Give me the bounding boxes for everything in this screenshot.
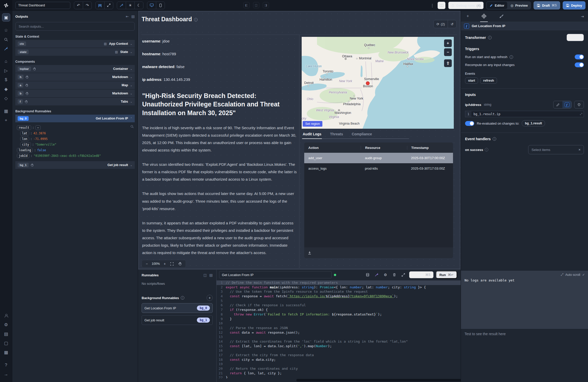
run-button[interactable]: Run ⌘↵ <box>436 271 457 279</box>
reeval-toggle[interactable] <box>465 121 474 126</box>
code-line[interactable]: 12 const data = await response.json(); <box>217 330 461 335</box>
component-row[interactable]: a Map ⌄ <box>15 81 135 89</box>
resources-icon[interactable]: ◆ <box>2 85 10 93</box>
set-region-button[interactable]: Set region <box>303 121 322 127</box>
tab[interactable]: Compliance <box>351 130 372 139</box>
deploy-button[interactable]: Deploy <box>563 1 585 9</box>
search-icon[interactable] <box>2 35 10 43</box>
select-pointer-icon[interactable] <box>33 67 36 71</box>
table-row[interactable]: access_logs prod-k8s 2025-03-30T17:03:00… <box>304 163 453 174</box>
code-line[interactable]: 22 } <box>217 375 461 378</box>
map-zoom-in-button[interactable]: + <box>444 39 452 47</box>
code-line[interactable]: 2 export async function main(ipAddress: … <box>217 285 461 290</box>
tree-search-icon[interactable] <box>130 125 134 128</box>
chevron-down-icon[interactable]: ⌄ <box>130 163 132 167</box>
code-line[interactable]: 18 const city = data.city; <box>217 357 461 362</box>
help-icon[interactable]: ? <box>2 361 10 369</box>
settings-icon[interactable]: ⚙ <box>2 321 10 329</box>
ai-rail-icon[interactable] <box>2 45 10 53</box>
code-line[interactable]: 7 if (!response.ok) { <box>217 308 461 312</box>
editor-tab[interactable]: Editor <box>487 2 507 9</box>
static-mode-icon[interactable] <box>553 101 562 108</box>
column-header[interactable]: Action <box>304 146 361 150</box>
map-component[interactable]: Québec Ottawa Montréal New Brunswick Nov… <box>302 37 454 129</box>
favorites-icon[interactable]: ☆ <box>2 26 10 34</box>
markdown-report-component[interactable]: "High-Risk Security Breach Detected: Una… <box>142 92 298 256</box>
database-icon[interactable] <box>364 273 371 277</box>
preview-tab[interactable]: ◎ Preview <box>508 2 531 9</box>
app-editor-rail-icon[interactable]: ▣ <box>2 13 10 21</box>
download-icon[interactable] <box>308 251 311 255</box>
workspace-icon[interactable]: ▤ <box>2 330 10 338</box>
expand-logs-icon[interactable]: ⤢ <box>561 273 563 277</box>
input-expression-field[interactable]: 1 bg_1.result.ip ⤢ <box>465 111 584 117</box>
toggle-bottom-panel-icon[interactable]: ◫ <box>253 2 259 8</box>
tree-row[interactable]: loading : false <box>17 147 134 153</box>
bg1-row[interactable]: bg_1 Get job result ⌄ <box>15 161 135 169</box>
chevron-down-icon[interactable]: ⌄ <box>130 42 132 46</box>
undo-button[interactable]: ↶ <box>74 2 83 9</box>
output-row[interactable]: ctx ▤ App Context ⌄ <box>15 40 135 48</box>
schedules-icon[interactable]: ◇ <box>2 94 10 102</box>
panel-list-icon[interactable]: ▤ <box>209 273 213 277</box>
expression-mode-icon[interactable]: ƒ <box>562 101 571 108</box>
component-row[interactable]: b Markdown ⌄ <box>15 90 135 97</box>
run-on-start-toggle[interactable] <box>575 54 584 59</box>
delete-icon[interactable] <box>391 273 398 277</box>
tree-row[interactable]: city : "Somerville" <box>17 142 134 147</box>
dock-panel-icon[interactable]: ◫ <box>203 273 207 277</box>
chevron-down-icon[interactable]: ⌄ <box>130 92 132 95</box>
code-line[interactable]: 3 // Use the token from the Ipinfo resou… <box>217 289 461 294</box>
debug-runs-button[interactable]: Debug runs (4) <box>448 2 484 9</box>
expand-editor-icon[interactable] <box>400 273 407 277</box>
add-rail-icon[interactable]: + <box>2 116 10 124</box>
tree-row[interactable]: jobId : "0199390f-2843-ceac-dc03-cf8b242… <box>17 153 134 159</box>
collapse-right-panel-icon[interactable]: ⇥ <box>581 14 584 18</box>
code-line[interactable]: 16 <box>217 348 461 353</box>
map-reset-region-button[interactable]: ⇧ <box>444 59 452 67</box>
expand-canvas-button[interactable] <box>104 2 113 9</box>
variables-icon[interactable]: $ <box>2 76 10 84</box>
tree-row[interactable]: lat : 42.3876 <box>17 130 134 136</box>
apps-grid-icon[interactable]: ▩ <box>2 348 10 356</box>
table-row[interactable]: add_user audit-group 2025-03-30T17:00:00… <box>304 153 453 163</box>
draft-button[interactable]: Draft ⌘S <box>534 1 560 9</box>
select-pointer-icon[interactable] <box>25 100 28 103</box>
script-name-input[interactable] <box>219 271 332 278</box>
tree-root-row[interactable]: result : − <box>17 125 134 130</box>
column-header[interactable]: Resource <box>361 146 407 150</box>
mobile-view-button[interactable] <box>156 2 165 9</box>
code-line[interactable]: 1 // Define the main function with the r… <box>217 280 461 285</box>
clear-select-icon[interactable]: × <box>579 148 581 152</box>
horizontal-scrollbar[interactable] <box>296 379 461 381</box>
fit-view-button[interactable] <box>168 262 175 266</box>
chevron-down-icon[interactable]: ⌄ <box>130 84 132 87</box>
pan-hand-button[interactable] <box>176 262 184 266</box>
select-pointer-icon[interactable] <box>25 75 29 79</box>
settings-gear-icon[interactable]: ⚙ <box>382 273 389 277</box>
component-row[interactable]: topbar Container ⌄ <box>15 65 135 73</box>
runs-icon[interactable]: ▷ <box>2 67 10 75</box>
code-line[interactable]: 20 // Return the coordinates and city <box>217 366 461 371</box>
chevron-down-icon[interactable]: ⌄ <box>130 100 132 103</box>
code-line[interactable]: 5 <box>217 299 461 303</box>
component-row[interactable]: h Markdown ⌄ <box>15 73 135 81</box>
light-theme-button[interactable]: ☀ <box>126 2 134 9</box>
column-header[interactable]: Timestamp <box>407 146 453 150</box>
reeval-dependency-chip[interactable]: bg_1.result <box>522 120 545 126</box>
ai-assist-icon[interactable] <box>373 273 380 277</box>
select-pointer-icon[interactable] <box>25 84 28 87</box>
event-chip[interactable]: refresh <box>480 78 497 84</box>
toggle-right-panel-icon[interactable]: ◨ <box>263 2 269 8</box>
code-line[interactable]: 8 throw new Error(`Failed to fetch IP in… <box>217 312 461 317</box>
user-icon[interactable] <box>2 311 10 320</box>
chevron-down-icon[interactable]: ⌄ <box>130 75 132 79</box>
connect-plug-icon[interactable] <box>574 101 584 108</box>
folders-icon[interactable]: ▢ <box>2 339 10 347</box>
tab[interactable]: Audit Logs <box>302 130 322 139</box>
markdown-fields-component[interactable]: username: jdoe hostname: host789 malware… <box>142 39 296 90</box>
app-title-input[interactable] <box>15 2 70 9</box>
insert-component-tab[interactable]: + <box>465 11 470 22</box>
component-row[interactable]: f Tabs ⌄ <box>15 98 135 105</box>
dark-theme-button[interactable]: ☾ <box>134 2 143 9</box>
